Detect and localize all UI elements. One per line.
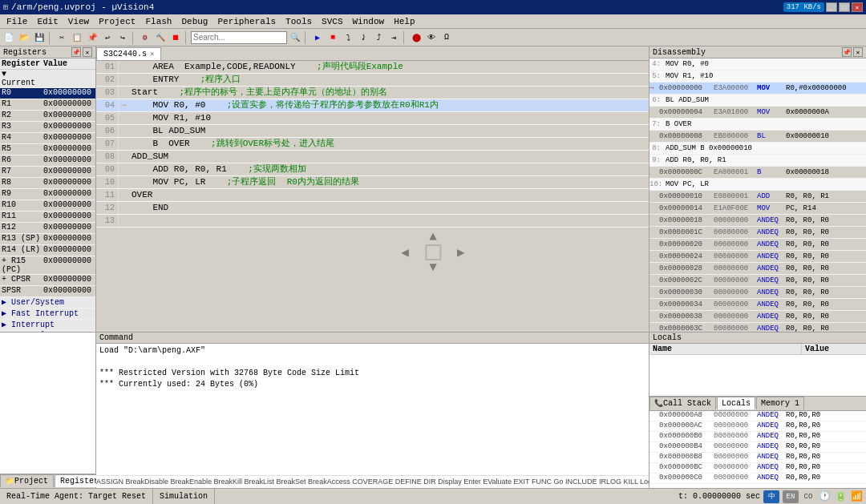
disasm-row-0x1C[interactable]: 0x0000001C 00000000 ANDEQ R0, R0, R0 [650,227,866,239]
build-btn[interactable]: ⚙ [138,30,152,45]
watch-btn[interactable]: 👁 [424,30,439,45]
bottom-disasm-content[interactable]: 0x000000A8 00000000 ANDEQ R0,R0,R0 0x000… [650,411,866,488]
bdisasm-row-A8[interactable]: 0x000000A8 00000000 ANDEQ R0,R0,R0 [650,411,866,421]
command-content: Load "D:\arm\peng.AXF" *** Restricted Ve… [96,344,649,475]
run-to-btn[interactable]: ⇥ [386,30,401,45]
minimize-button[interactable]: _ [826,2,837,12]
tab-callstack[interactable]: 📞 Call Stack [650,397,716,409]
disasm-row-0x34[interactable]: 0x00000034 00000000 ANDEQ R0, R0, R0 [650,299,866,311]
source-tab-close[interactable]: ✕ [150,50,154,58]
reg-r1-value: 0x00000000 [42,99,95,110]
reg-row-r13[interactable]: R13 (SP) 0x00000000 [0,234,95,245]
source-content[interactable]: 01 AREA Example,CODE,READONLY ;声明代码段Exam… [96,61,649,332]
copy-btn[interactable]: 📋 [70,30,84,45]
paste-btn[interactable]: 📌 [85,30,99,45]
undo-btn[interactable]: ↩ [100,30,115,45]
rebuild-btn[interactable]: 🔨 [153,30,168,45]
breakpoint-btn[interactable]: ⬤ [409,30,423,45]
bdisasm-row-BC[interactable]: 0x000000BC 00000000 ANDEQ R0,R0,R0 [650,463,866,474]
menu-peripherals[interactable]: Peripherals [212,16,281,27]
reg-row-r12[interactable]: R12 0x00000000 [0,223,95,234]
command-input[interactable] [96,476,649,487]
reg-row-r0[interactable]: R0 0x00000000 [0,88,95,99]
reg-row-r7[interactable]: R7 0x00000000 [0,167,95,178]
menu-window[interactable]: Window [348,16,390,27]
disasm-close-btn[interactable]: ✕ [853,47,863,57]
disasm-pin-btn[interactable]: 📌 [842,47,852,57]
tab-memory1[interactable]: Memory 1 [756,397,804,409]
source-line-8: 08 ADD_SUM [96,151,649,163]
reg-row-r8[interactable]: R8 0x00000000 [0,178,95,189]
disasm-row-0x00[interactable]: → 0x00000000 E3A00000 MOV R0,#0x00000000 [650,83,866,95]
disasm-row-0x24[interactable]: 0x00000024 00000000 ANDEQ R0, R0, R0 [650,251,866,263]
reg-row-spsr[interactable]: SPSR 0x00000000 [0,286,95,297]
menu-file[interactable]: File [2,16,32,27]
bdisasm-row-B8[interactable]: 0x000000B8 00000000 ANDEQ R0,R0,R0 [650,453,866,463]
reg-row-r9[interactable]: R9 0x00000000 [0,189,95,200]
disasm-row-0x30[interactable]: 0x00000030 00000000 ANDEQ R0, R0, R0 [650,287,866,299]
menu-debug[interactable]: Debug [176,16,212,27]
tab-project[interactable]: 📁 Project [0,474,54,487]
search-btn[interactable]: 🔍 [288,30,302,45]
stop-btn[interactable]: ⏹ [168,30,183,45]
disasm-row-0x0C[interactable]: 0x0000000C EA000001 B 0x00000018 [650,167,866,179]
bdisasm-row-B4[interactable]: 0x000000B4 00000000 ANDEQ R0,R0,R0 [650,442,866,453]
maximize-button[interactable]: □ [839,2,850,12]
reg-row-cpsr[interactable]: + CPSR 0x00000000 [0,275,95,286]
line-num-11: 11 [96,189,119,201]
disasm-row-0x20[interactable]: 0x00000020 00000000 ANDEQ R0, R0, R0 [650,239,866,251]
line-code-13 [128,215,649,227]
reg-row-r6[interactable]: R6 0x00000000 [0,155,95,167]
new-file-btn[interactable]: 📄 [2,30,16,45]
step-out-btn[interactable]: ⤴ [371,30,386,45]
bdisasm-row-AC[interactable]: 0x000000AC 00000000 ANDEQ R0,R0,R0 [650,421,866,432]
reg-row-r3[interactable]: R3 0x00000000 [0,122,95,133]
disasm-row-0x18[interactable]: 0x00000018 00000000 ANDEQ R0, R0, R0 [650,215,866,227]
menu-tools[interactable]: Tools [281,16,317,27]
reg-row-r2[interactable]: R2 0x00000000 [0,111,95,122]
reg-row-r1[interactable]: R1 0x00000000 [0,99,95,111]
disasm-row-0x28[interactable]: 0x00000028 00000000 ANDEQ R0, R0, R0 [650,263,866,275]
disasm-row-0x2C[interactable]: 0x0000002C 00000000 ANDEQ R0, R0, R0 [650,275,866,287]
tab-locals[interactable]: Locals [717,397,755,409]
reg-row-r15[interactable]: + R15 (PC) 0x00000000 [0,256,95,275]
disasm-row-0x3C[interactable]: 0x0000003C 00000000 ANDEQ R0, R0, R0 [650,323,866,332]
source-tab-s3c2440[interactable]: S3C2440.s✕ [96,47,161,60]
menu-svcs[interactable]: SVCS [317,16,347,27]
reg-row-r14[interactable]: R14 (LR) 0x00000000 [0,245,95,256]
reg-row-r5[interactable]: R5 0x00000000 [0,144,95,155]
step-btn[interactable]: ⤵ [341,30,355,45]
bdisasm-row-B0[interactable]: 0x000000B0 00000000 ANDEQ R0,R0,R0 [650,432,866,442]
reg-group-irq[interactable]: ▶ Interrupt [0,320,95,331]
reg-row-r11[interactable]: R11 0x00000000 [0,212,95,223]
disasm-row-0x14[interactable]: 0x00000014 E1A0F00E MOV PC, R14 [650,203,866,215]
menu-edit[interactable]: Edit [32,16,63,27]
reg-row-r10[interactable]: R10 0x00000000 [0,200,95,212]
save-btn[interactable]: 💾 [32,30,47,45]
cut-btn[interactable]: ✂ [55,30,69,45]
menu-flash[interactable]: Flash [140,16,176,27]
reg-row-r4[interactable]: R4 0x00000000 [0,133,95,144]
menu-help[interactable]: Help [389,16,419,27]
redo-btn[interactable]: ↪ [115,30,130,45]
registers-close-btn[interactable]: ✕ [83,47,92,57]
debug-start-btn[interactable]: ▶ [310,30,325,45]
disasm-row-0x38[interactable]: 0x00000038 00000000 ANDEQ R0, R0, R0 [650,311,866,323]
reg-group-user[interactable]: ▶ User/System [0,297,95,308]
disasm-content[interactable]: 4: MOV R0, #0 5: MOV R1, #10 → 0x0000000… [650,58,866,332]
reg-group-current[interactable]: ▼ Current [0,70,95,88]
disasm-row-0x04[interactable]: 0x00000004 E3A01000 MOV 0x0000000A [650,107,866,119]
menu-view[interactable]: View [63,16,94,27]
bdisasm-row-C0[interactable]: 0x000000C0 00000000 ANDEQ R0,R0,R0 [650,474,866,484]
step-over-btn[interactable]: ⤸ [356,30,370,45]
debug-stop-btn[interactable]: ■ [326,30,340,45]
menu-project[interactable]: Project [94,16,140,27]
close-button[interactable]: ✕ [852,2,863,12]
open-btn[interactable]: 📂 [17,30,31,45]
memory-btn[interactable]: Ω [439,30,454,45]
reg-group-fiq[interactable]: ▶ Fast Interrupt [0,308,95,320]
disasm-row-0x08[interactable]: 0x00000008 EB000000 BL 0x00000010 [650,131,866,143]
registers-pin-btn[interactable]: 📌 [71,47,81,57]
disasm-row-0x10[interactable]: 0x00000010 E0800001 ADD R0, R0, R1 [650,191,866,203]
search-input[interactable] [191,31,287,44]
